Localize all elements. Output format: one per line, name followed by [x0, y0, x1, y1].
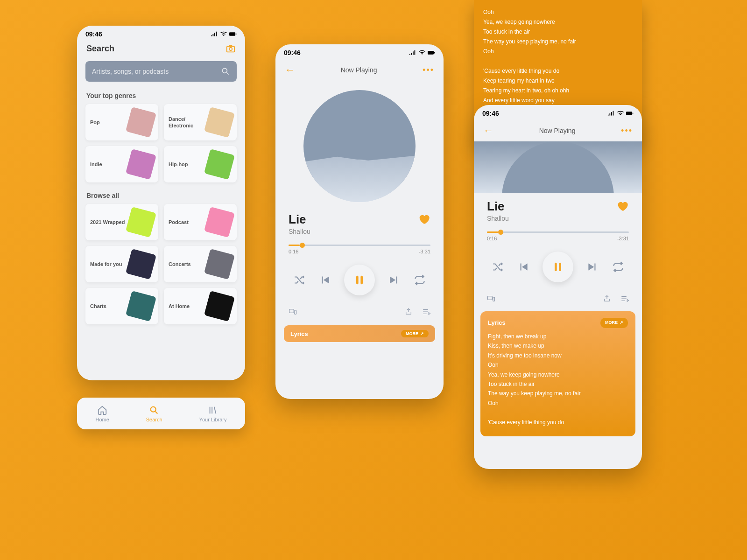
devices-icon[interactable] [487, 294, 495, 303]
next-button[interactable] [586, 261, 599, 273]
genre-tile[interactable]: Podcast [164, 204, 237, 240]
genre-tile[interactable]: 2021 Wrapped [85, 204, 158, 240]
svg-rect-13 [633, 113, 633, 114]
svg-rect-7 [434, 52, 435, 54]
tab-library[interactable]: Your Library [199, 405, 227, 422]
svg-point-4 [222, 68, 227, 73]
svg-rect-9 [360, 276, 363, 285]
prev-button[interactable] [517, 261, 529, 273]
genre-tile[interactable]: Concerts [164, 246, 237, 282]
svg-rect-11 [295, 310, 296, 314]
next-button[interactable] [388, 274, 400, 286]
genre-tile[interactable]: Pop [85, 104, 158, 140]
svg-rect-17 [493, 297, 495, 301]
queue-icon[interactable] [422, 308, 430, 316]
svg-rect-12 [626, 112, 632, 115]
favorite-button[interactable] [616, 199, 629, 212]
progress-bar[interactable]: 0:16-3:31 [275, 242, 444, 257]
phone-search: 09:46 Search Artists, songs, or podcasts… [77, 26, 245, 380]
svg-rect-8 [356, 276, 359, 285]
share-icon[interactable] [404, 308, 413, 316]
prev-button[interactable] [319, 274, 331, 286]
favorite-button[interactable] [417, 212, 430, 225]
pause-button[interactable] [543, 252, 573, 282]
search-header: Search [77, 41, 245, 58]
repeat-button[interactable] [414, 274, 426, 286]
shuffle-button[interactable] [293, 274, 305, 286]
back-button[interactable]: ← [483, 125, 493, 137]
section-browse: Browse all [77, 188, 245, 204]
search-icon [221, 67, 230, 76]
devices-icon[interactable] [289, 308, 297, 316]
genre-tile[interactable]: Dance/ Electronic [164, 104, 237, 140]
genre-tile[interactable]: Made for you [85, 246, 158, 282]
svg-rect-15 [559, 263, 561, 272]
track-title: Lie [289, 212, 306, 227]
status-icons [211, 31, 237, 37]
genre-tile[interactable]: Hip-hop [164, 146, 237, 182]
lyrics-more-button: MORE ↗ [401, 330, 429, 337]
track-artist: Shallou [275, 228, 444, 242]
svg-rect-16 [488, 296, 493, 300]
section-top-genres: Your top genres [77, 88, 245, 104]
lyrics-panel[interactable]: LyricsMORE ↗ Fight, then we break upKiss… [480, 311, 635, 436]
tab-search[interactable]: Search [146, 405, 162, 422]
search-input[interactable]: Artists, songs, or podcasts [85, 61, 237, 82]
phone-lyrics: 09:46 ← Now Playing ••• Lie Shallou 0:16… [474, 105, 642, 469]
search-placeholder: Artists, songs, or podcasts [92, 68, 221, 75]
pause-button[interactable] [344, 265, 375, 295]
svg-rect-0 [229, 32, 235, 35]
svg-rect-6 [428, 51, 434, 54]
camera-icon[interactable] [226, 43, 236, 54]
shuffle-button[interactable] [492, 261, 504, 273]
svg-rect-14 [555, 263, 557, 272]
more-menu-icon[interactable]: ••• [621, 126, 633, 136]
phone-player: 09:46 ← Now Playing ••• Lie Shallou 0:16… [275, 44, 444, 399]
genre-tile[interactable]: Charts [85, 288, 158, 324]
progress-bar[interactable]: 0:16-3:31 [474, 229, 642, 244]
page-title: Search [86, 44, 114, 54]
lyrics-pill[interactable]: Lyrics MORE ↗ [284, 325, 435, 342]
now-playing-title: Now Playing [341, 66, 377, 74]
back-button[interactable]: ← [285, 64, 295, 76]
svg-rect-1 [236, 34, 236, 35]
tab-home[interactable]: Home [95, 405, 109, 422]
svg-point-3 [229, 48, 232, 50]
genre-tile[interactable]: At Home [164, 288, 237, 324]
more-menu-icon[interactable]: ••• [423, 65, 434, 75]
tab-bar: Home Search Your Library [77, 398, 245, 429]
genre-tile[interactable]: Indie [85, 146, 158, 182]
svg-rect-10 [289, 309, 294, 313]
status-time: 09:46 [85, 30, 102, 38]
status-bar: 09:46 [77, 26, 245, 41]
album-art-cropped [474, 141, 642, 193]
share-icon[interactable] [603, 294, 611, 303]
album-art [303, 90, 416, 202]
repeat-button[interactable] [612, 261, 624, 273]
queue-icon[interactable] [620, 294, 629, 303]
svg-point-5 [151, 406, 156, 412]
